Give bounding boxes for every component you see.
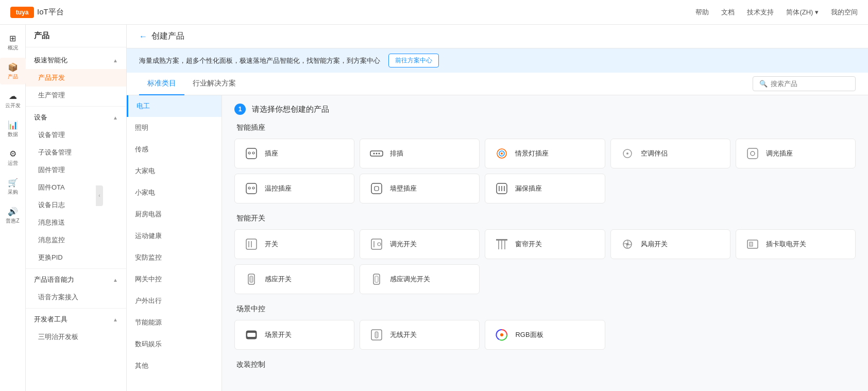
product-card-leakage[interactable]: 漏保插座 <box>485 174 605 203</box>
svg-point-13 <box>751 151 755 156</box>
sidebar-icon-cloud[interactable]: ☁ 云开发 <box>0 87 26 113</box>
svg-rect-14 <box>246 183 257 194</box>
divider-3 <box>26 308 126 309</box>
svg-point-4 <box>373 153 375 155</box>
product-card-dimmer[interactable]: 调光插座 <box>736 139 856 168</box>
cat-item-kitchen[interactable]: 厨房电器 <box>127 203 222 225</box>
top-nav-left: tuya IoT平台 <box>10 7 64 18</box>
section-retrofit: 改装控制 <box>234 360 856 369</box>
search-input[interactable] <box>771 80 849 88</box>
data-label: 数据 <box>8 131 18 138</box>
sidebar-collapse-btn[interactable]: ‹ <box>96 185 103 206</box>
sidebar-item-sandwich[interactable]: 三明治开发板 <box>26 328 126 346</box>
cat-item-smallappliance[interactable]: 小家电 <box>127 182 222 203</box>
sidebar-icon-ops[interactable]: ⚙ 运营 <box>0 144 26 171</box>
product-icon: 📦 <box>8 62 18 72</box>
step-label: 请选择你想创建的产品 <box>252 105 329 114</box>
lang-selector[interactable]: 简体(ZH) ▾ <box>786 8 819 17</box>
sidebar-icon-data[interactable]: 📊 数据 <box>0 115 26 142</box>
product-card-scene[interactable]: 场景开关 <box>234 320 354 350</box>
sidebar-item-firmware[interactable]: 固件管理 <box>26 161 126 179</box>
cat-item-digital[interactable]: 数码娱乐 <box>127 333 222 355</box>
sidebar-section-voice[interactable]: 产品语音能力 ▲ <box>26 271 126 288</box>
cat-item-other[interactable]: 其他 <box>127 355 222 377</box>
cat-item-outdoor[interactable]: 户外出行 <box>127 290 222 312</box>
sidebar-item-changepid[interactable]: 更换PID <box>26 249 126 266</box>
svg-rect-40 <box>375 276 378 282</box>
sidebar-section-device[interactable]: 设备 ▲ <box>26 109 126 126</box>
cat-item-sports[interactable]: 运动健康 <box>127 225 222 247</box>
page-title: 创建产品 <box>151 31 184 42</box>
ambientlight-name: 情景灯插座 <box>515 149 549 158</box>
banner-btn[interactable]: 前往方案中心 <box>388 54 439 67</box>
content-header: ← 创建产品 <box>127 25 868 48</box>
curtain-icon <box>493 236 510 252</box>
sidebar-item-production[interactable]: 生产管理 <box>26 87 126 104</box>
support-link[interactable]: 技术支持 <box>747 8 774 17</box>
tuya-logo-icon: tuya <box>10 7 34 18</box>
product-card-dimswitch[interactable]: 调光开关 <box>360 229 480 259</box>
collapse-icon-3: ▲ <box>113 317 118 322</box>
fanswitch-name: 风扇开关 <box>641 240 668 249</box>
product-area: 1 请选择你想创建的产品 智能插座 插座 <box>222 95 868 391</box>
product-card-motionsensor[interactable]: 感应开关 <box>234 264 354 294</box>
product-card-switch[interactable]: 开关 <box>234 229 354 259</box>
sidebar-section-devtools[interactable]: 开发者工具 ▲ <box>26 311 126 328</box>
section-smart-socket: 智能插座 插座 排插 <box>234 123 856 203</box>
product-card-wallsocket[interactable]: 墙壁插座 <box>360 174 480 203</box>
product-card-motiondimsw[interactable]: 感应调光开关 <box>360 264 480 294</box>
tabs-row: 标准类目 行业解决方案 🔍 <box>127 73 868 95</box>
socket-icon <box>243 145 260 162</box>
sidebar-item-devlog[interactable]: 设备日志 <box>26 196 126 214</box>
sidebar-item-subdev[interactable]: 子设备管理 <box>26 144 126 161</box>
sidebar-icon-voice[interactable]: 🔊 普惠Z <box>0 202 26 229</box>
back-button[interactable]: ← <box>139 32 147 41</box>
sidebar-item-productdev[interactable]: 产品开发 <box>26 69 126 87</box>
product-card-rgb[interactable]: RGB面板 <box>485 320 605 350</box>
cat-item-gateway[interactable]: 网关中控 <box>127 268 222 290</box>
product-card-powerstrip[interactable]: 排插 <box>360 139 480 168</box>
main-body: 电工 照明 传感 大家电 小家电 厨房电器 运动健康 安防监控 网关中控 户外出… <box>127 95 868 391</box>
product-card-wireless[interactable]: 无线开关 <box>360 320 480 350</box>
voice-icon: 🔊 <box>8 207 18 216</box>
sidebar-icon-product[interactable]: 📦 产品 <box>0 58 26 84</box>
sidebar-item-voicesolution[interactable]: 语音方案接入 <box>26 288 126 306</box>
svg-point-6 <box>379 153 380 155</box>
section-title-scene: 场景中控 <box>234 304 856 314</box>
cat-item-security[interactable]: 安防监控 <box>127 247 222 268</box>
purchase-label: 采购 <box>8 189 18 196</box>
wireless-name: 无线开关 <box>390 330 417 339</box>
dimswitch-icon <box>368 236 385 252</box>
svg-rect-29 <box>496 239 507 241</box>
tab-standard[interactable]: 标准类目 <box>139 73 184 95</box>
sidebar-icon-overview[interactable]: ⊞ 概况 <box>0 29 26 56</box>
overview-icon: ⊞ <box>9 33 16 43</box>
product-card-cardswitch[interactable]: 插卡取电开关 <box>736 229 856 259</box>
main-layout: ⊞ 概况 📦 产品 ☁ 云开发 📊 数据 ⚙ 运营 🛒 采购 <box>0 25 868 391</box>
cat-item-energy[interactable]: 节能能源 <box>127 312 222 333</box>
sidebar-item-msgpush[interactable]: 消息推送 <box>26 214 126 231</box>
product-card-fanswitch[interactable]: 风扇开关 <box>610 229 730 259</box>
sidebar-section-rapiddev[interactable]: 极速智能化 ▲ <box>26 52 126 69</box>
docs-link[interactable]: 文档 <box>721 8 735 17</box>
cat-item-electric[interactable]: 电工 <box>127 95 222 117</box>
tab-industry[interactable]: 行业解决方案 <box>184 73 244 95</box>
my-space-link[interactable]: 我的空间 <box>831 8 858 17</box>
cat-item-sensor[interactable]: 传感 <box>127 139 222 160</box>
product-card-ambientlight[interactable]: 情景灯插座 <box>485 139 605 168</box>
sidebar-item-ota[interactable]: 固件OTA <box>26 179 126 196</box>
sidebar-nav-content: 极速智能化 ▲ 产品开发 生产管理 设备 ▲ 设备管理 子设备管理 固件管理 固… <box>26 47 126 391</box>
cat-item-bigappliance[interactable]: 大家电 <box>127 160 222 182</box>
motiondimsw-name: 感应调光开关 <box>390 275 430 284</box>
sidebar-item-msgmonitor[interactable]: 消息监控 <box>26 231 126 249</box>
sidebar-icon-purchase[interactable]: 🛒 采购 <box>0 173 26 200</box>
product-card-ac[interactable]: 空调伴侣 <box>610 139 730 168</box>
product-card-thermostat[interactable]: 温控插座 <box>234 174 354 203</box>
cat-item-lighting[interactable]: 照明 <box>127 117 222 139</box>
svg-point-11 <box>626 152 628 155</box>
sidebar-item-devmgmt[interactable]: 设备管理 <box>26 126 126 144</box>
product-card-socket[interactable]: 插座 <box>234 139 354 168</box>
svg-point-1 <box>248 152 250 154</box>
help-link[interactable]: 帮助 <box>695 8 709 17</box>
product-card-curtain[interactable]: 窗帘开关 <box>485 229 605 259</box>
